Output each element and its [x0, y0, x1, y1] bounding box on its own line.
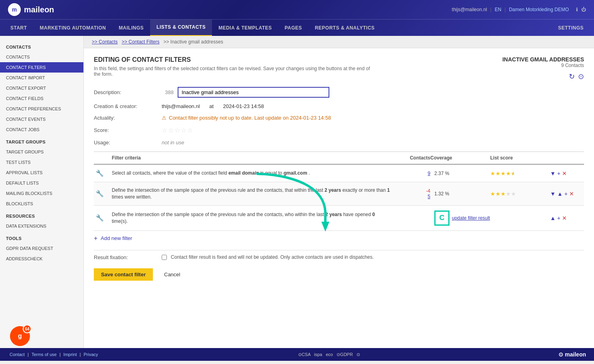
row-actions-2: ▼ ▲ + ✕ [550, 191, 582, 197]
update-filter-link[interactable]: update filter result [452, 215, 490, 221]
power-icon[interactable]: ⏻ [581, 7, 586, 12]
btn-add-2[interactable]: + [564, 191, 568, 197]
logo-icon: m [8, 3, 21, 16]
filter-name-title: INACTIVE GMAIL ADDRESSES [502, 56, 584, 63]
sidebar-item-contact-filters[interactable]: CONTACT FILTERS [0, 62, 83, 73]
sidebar-item-contact-preferences[interactable]: CONTACT PREFERENCES [0, 104, 83, 114]
breadcrumb-current: >> Inactive gmail addresses [163, 39, 223, 45]
footer-terms[interactable]: Terms of use [32, 352, 57, 357]
sidebar-item-approval-lists[interactable]: APPROVAL LISTS [0, 167, 83, 178]
score-row: Score: ☆☆☆☆☆ [94, 126, 584, 134]
breadcrumb-contacts[interactable]: >> Contacts [92, 39, 118, 45]
contacts-2: -4 5 [390, 188, 430, 199]
wrench-icon-3[interactable]: 🔧 [96, 214, 112, 222]
btn-down-2[interactable]: ▼ [550, 191, 556, 197]
add-filter-plus: + [94, 235, 97, 242]
g2-badge[interactable]: g 64 [10, 326, 30, 346]
filter-table: Filter criteria Contacts Coverage List s… [94, 152, 584, 231]
footer-privacy[interactable]: Privacy [83, 352, 98, 357]
creation-date: 2024-01-23 14:58 [223, 103, 264, 109]
sidebar-item-mailing-blocklists[interactable]: MAILING BLOCKLISTS [0, 188, 83, 199]
btn-del-1[interactable]: ✕ [562, 170, 567, 177]
cancel-button[interactable]: Cancel [157, 268, 187, 281]
sidebar-item-blocklists[interactable]: BLOCKLISTS [0, 199, 83, 209]
refresh-icon[interactable]: ↻ [569, 72, 575, 81]
btn-del-2[interactable]: ✕ [569, 191, 574, 197]
contacts-link-2[interactable]: 5 [428, 194, 430, 199]
footer-links: Contact | Terms of use | Imprint | Priva… [8, 352, 100, 357]
filter-contacts-count: 9 Contacts [502, 63, 584, 68]
info-icon[interactable]: ℹ [576, 7, 578, 12]
page-header-row: EDITING OF CONTACT FILTERS In this field… [94, 56, 584, 81]
save-button[interactable]: Save contact filter [94, 268, 153, 281]
add-filter-link[interactable]: Add new filter [101, 235, 132, 241]
description-input[interactable] [178, 87, 329, 98]
coverage-1: 2.37 % [430, 171, 490, 176]
filter-row: 🔧 Select all contacts, where the value o… [94, 165, 584, 182]
warning-icon: ⚠ [162, 115, 166, 121]
filter-table-header: Filter criteria Contacts Coverage List s… [94, 152, 584, 165]
filter-row: 🔧 Define the intersection of the sample … [94, 182, 584, 206]
btn-down-1[interactable]: ▼ [550, 170, 556, 177]
sidebar-item-gdpr[interactable]: GDPR DATA REQUEST [0, 243, 83, 254]
col-contacts: Contacts [390, 155, 430, 161]
usage-row: Usage: not in use [94, 140, 584, 146]
sidebar-item-data-extensions[interactable]: DATA EXTENSIONS [0, 221, 83, 231]
account-link[interactable]: Damen Motorkleding DEMO [509, 7, 569, 12]
breadcrumb-contact-filters[interactable]: >> Contact Filters [122, 39, 160, 45]
nav-start[interactable]: START [4, 20, 34, 36]
wrench-icon-2[interactable]: 🔧 [96, 190, 112, 197]
sidebar-item-contacts[interactable]: CONTACTS [0, 52, 83, 62]
settings-circle-icon[interactable]: ⊙ [578, 72, 584, 81]
btn-add-1[interactable]: + [557, 170, 560, 177]
result-fixation-checkbox[interactable] [162, 255, 167, 260]
nav-marketing-automation[interactable]: MARKETING AUTOMATION [34, 20, 113, 36]
sidebar-section-tools: TOOLS [0, 231, 83, 243]
sidebar-section-resources: RESOURCES [0, 209, 83, 221]
btn-up-2[interactable]: ▲ [557, 191, 563, 197]
logo-letter: m [12, 6, 17, 13]
nav-lists-contacts[interactable]: LISTS & CONTACTS [150, 20, 212, 36]
usage-label: Usage: [94, 140, 158, 146]
sidebar-item-contact-events[interactable]: CONTACT EVENTS [0, 114, 83, 124]
description-row: Description: 388 [94, 87, 584, 98]
nav-reports-analytics[interactable]: REPORTS & ANALYTICS [309, 20, 381, 36]
language-link[interactable]: EN [495, 7, 501, 12]
footer-brand: ⊙ maileon [558, 351, 586, 358]
footer-logos: ⊙CSA ispa eco ⊙GDPR ⊙ [298, 352, 360, 357]
sidebar-item-test-lists[interactable]: TEST LISTS [0, 157, 83, 167]
content-area: EDITING OF CONTACT FILTERS In this field… [84, 48, 594, 289]
refresh-icons: ↻ ⊙ [502, 72, 584, 81]
contacts-link-1[interactable]: 9 [428, 171, 430, 176]
footer-contact[interactable]: Contact [10, 352, 25, 357]
nav-media-templates[interactable]: MEDIA & TEMPLATES [212, 20, 278, 36]
sidebar-section-target-groups: TARGET GROUPS [0, 135, 83, 147]
creation-row: Creation & creator: thijs@maileon.nl at … [94, 103, 584, 109]
sidebar-item-default-lists[interactable]: DEFAULT LISTS [0, 178, 83, 188]
sidebar-item-addresscheck[interactable]: ADDRESSCHECK [0, 254, 83, 264]
sidebar-item-contact-jobs[interactable]: CONTACT JOBS [0, 124, 83, 135]
btn-up-3[interactable]: ▲ [550, 215, 556, 221]
coverage-3: C update filter result [430, 211, 490, 226]
filter-text-3: Define the intersection of the sample sp… [112, 211, 390, 225]
creation-email: thijs@maileon.nl [162, 103, 200, 109]
btn-add-3[interactable]: + [557, 215, 560, 221]
nav-pages[interactable]: PAGES [278, 20, 309, 36]
section-title: EDITING OF CONTACT FILTERS [94, 56, 373, 63]
top-header: m maileon thijs@maileon.nl | EN | Damen … [0, 0, 594, 19]
sidebar-item-contact-import[interactable]: CONTACT IMPORT [0, 73, 83, 83]
description-label: Description: [94, 89, 158, 95]
wrench-icon-1[interactable]: 🔧 [96, 169, 112, 177]
contacts-3 [390, 215, 430, 221]
nav-mailings[interactable]: MAILINGS [112, 20, 150, 36]
footer: Contact | Terms of use | Imprint | Priva… [0, 348, 594, 361]
sidebar-item-contact-export[interactable]: CONTACT EXPORT [0, 83, 83, 93]
page-header-left: EDITING OF CONTACT FILTERS In this field… [94, 56, 373, 77]
sidebar-item-contact-fields[interactable]: CONTACT FIELDS [0, 93, 83, 104]
user-email: thijs@maileon.nl [452, 7, 487, 12]
footer-imprint[interactable]: Imprint [63, 352, 77, 357]
nav-settings[interactable]: SETTINGS [552, 20, 590, 36]
sidebar-item-target-groups[interactable]: TARGET GROUPS [0, 147, 83, 157]
breadcrumb: >> Contacts >> Contact Filters >> Inacti… [84, 36, 594, 48]
btn-del-3[interactable]: ✕ [562, 215, 567, 221]
